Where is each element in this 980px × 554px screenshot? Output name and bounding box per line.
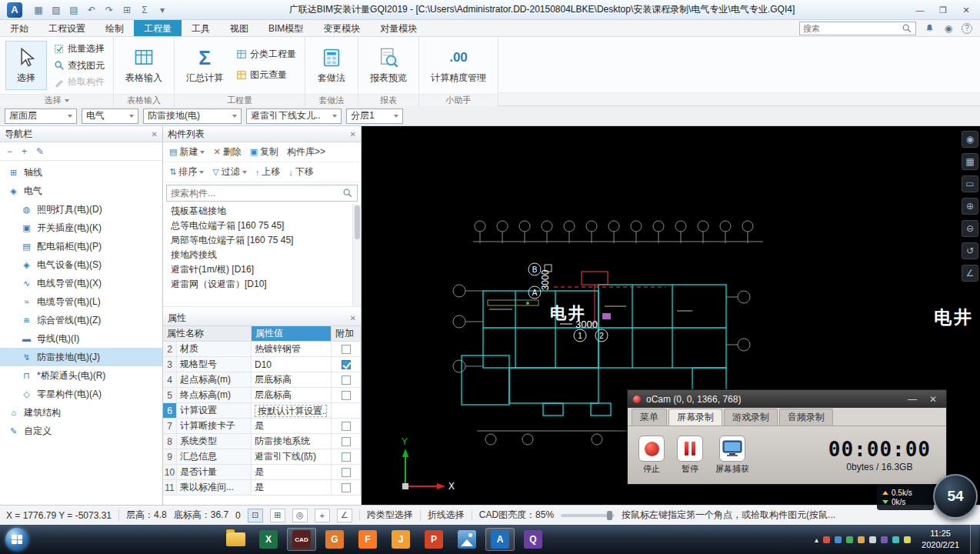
component-library-button[interactable]: 构件库>>: [284, 144, 328, 160]
delete-component-button[interactable]: ✕删除: [210, 144, 244, 160]
ocam-tab-screen-record[interactable]: 屏幕录制: [668, 409, 722, 426]
ocam-titlebar[interactable]: oCam (0, 0, 1366, 768) — ✕: [628, 390, 946, 408]
select-button[interactable]: 选择: [5, 41, 47, 90]
close-icon[interactable]: ✕: [152, 130, 158, 138]
tray-expand-icon[interactable]: ▴: [815, 536, 818, 544]
tray-icon[interactable]: [869, 536, 876, 543]
list-item[interactable]: 筏板基础接地: [163, 204, 361, 219]
batch-select-button[interactable]: 批量选择: [51, 42, 108, 56]
nav-section-electrical[interactable]: ◈电气: [0, 182, 162, 200]
snap-toggle-icon[interactable]: ⊞: [270, 509, 285, 522]
component-select[interactable]: 避雷引下线女儿..: [246, 108, 342, 124]
search-input[interactable]: [803, 24, 899, 33]
redo-icon[interactable]: ↷: [103, 4, 115, 16]
tray-icon[interactable]: [881, 536, 888, 543]
osnap-toggle-icon[interactable]: ◎: [292, 509, 308, 522]
list-item[interactable]: 总等电位端子箱 [160 75 45]: [163, 219, 361, 233]
close-button[interactable]: ✕: [955, 2, 977, 18]
calc-icon[interactable]: ⊞: [121, 4, 133, 16]
minimize-button[interactable]: —: [909, 2, 931, 18]
nav-item-lighting[interactable]: ◍照明灯具(电)(D): [0, 200, 162, 219]
close-icon[interactable]: ✕: [350, 314, 356, 322]
attach-checkbox[interactable]: [342, 468, 351, 477]
nav-item-distribution-box[interactable]: ▤配电箱柜(电)(P): [0, 237, 162, 255]
filter-button[interactable]: ▽过滤: [209, 164, 249, 180]
edit-icon[interactable]: ✎: [36, 146, 44, 157]
major-select[interactable]: 电气: [82, 108, 138, 124]
new-component-button[interactable]: ▤新建: [166, 144, 208, 160]
taskbar-app-purple[interactable]: Q: [518, 528, 548, 551]
taskbar-powerpoint[interactable]: P: [419, 528, 448, 551]
list-item[interactable]: 接地跨接线: [163, 248, 361, 262]
ocam-stop-button[interactable]: 停止: [638, 436, 665, 475]
new-icon[interactable]: ▤: [68, 4, 80, 16]
ortho-toggle-icon[interactable]: ∠: [337, 509, 352, 522]
add-icon[interactable]: +: [22, 146, 27, 157]
ocam-tab-menu[interactable]: 菜单: [632, 409, 667, 426]
start-button[interactable]: [5, 528, 28, 551]
tray-icon[interactable]: [823, 536, 830, 543]
attach-checkbox[interactable]: [342, 452, 351, 462]
tray-icon[interactable]: [846, 536, 853, 543]
component-search[interactable]: [166, 185, 358, 202]
component-search-input[interactable]: [171, 188, 342, 199]
zoom-out-icon[interactable]: ⊖: [962, 220, 978, 237]
attach-checkbox[interactable]: [342, 375, 351, 385]
screenshot-camera-icon[interactable]: ◉: [962, 131, 978, 148]
close-icon[interactable]: ✕: [350, 130, 356, 138]
tab-view[interactable]: 视图: [220, 20, 258, 36]
nav-section-axis[interactable]: ⊞轴线: [0, 163, 162, 182]
polyline-select-button[interactable]: 折线选择: [428, 509, 465, 522]
notification-bell-icon[interactable]: [923, 22, 935, 35]
attach-checkbox[interactable]: [342, 483, 351, 492]
open-icon[interactable]: ▨: [50, 4, 62, 16]
nav-item-misc-component[interactable]: ◇零星构件(电)(A): [0, 385, 162, 403]
undo-icon[interactable]: ↶: [85, 4, 98, 16]
report-preview-button[interactable]: 报表预览: [364, 41, 413, 90]
tab-change-module[interactable]: 变更模块: [313, 20, 370, 36]
collapse-icon[interactable]: −: [7, 146, 12, 157]
grid-toggle-icon[interactable]: ⊡: [248, 509, 263, 522]
taskbar-excel[interactable]: X: [254, 528, 283, 551]
layer-select[interactable]: 分层1: [346, 108, 403, 124]
tray-icon[interactable]: [835, 536, 842, 543]
ocam-pause-button[interactable]: 暂停: [677, 436, 703, 475]
measure-angle-icon[interactable]: ∠: [962, 265, 978, 282]
maximize-button[interactable]: ❐: [932, 2, 954, 18]
list-item[interactable]: 避雷针(1m/根) [D16]: [163, 262, 361, 277]
category-select[interactable]: 防雷接地(电): [143, 108, 242, 124]
more-icon[interactable]: ▾: [156, 4, 168, 16]
taskbar-app-orange[interactable]: J: [386, 528, 415, 551]
ocam-tab-game-record[interactable]: 游戏录制: [724, 409, 778, 426]
summary-calc-button[interactable]: Σ 汇总计算: [180, 41, 229, 90]
element-quantity-button[interactable]: 图元查量: [233, 68, 299, 82]
attach-checkbox[interactable]: [342, 391, 351, 400]
taskbar-gqi2019[interactable]: A: [485, 528, 515, 551]
nav-item-switch-socket[interactable]: ▣开关插座(电)(K): [0, 219, 162, 237]
zoom-in-icon[interactable]: ⊕: [962, 198, 978, 215]
move-up-button[interactable]: ↑上移: [252, 164, 284, 180]
tray-icon[interactable]: [892, 536, 899, 543]
show-desktop-button[interactable]: [970, 525, 978, 554]
category-quantity-button[interactable]: 分类工程量: [233, 47, 299, 62]
brightness-slider[interactable]: [561, 514, 615, 517]
nav-item-electrical-equipment[interactable]: ◈电气设备(电)(S): [0, 255, 162, 274]
ocam-capture-button[interactable]: 屏幕捕获: [715, 436, 749, 475]
nav-item-busbar[interactable]: ▬母线(电)(I): [0, 329, 162, 348]
scrollbar[interactable]: [352, 204, 361, 306]
network-speed-overlay[interactable]: 0.5k/s 0k/s: [877, 485, 934, 510]
ocam-tab-audio-record[interactable]: 音频录制: [779, 409, 833, 426]
calc-settings-button[interactable]: 按默认计算设置...: [255, 405, 327, 417]
security-speed-ball[interactable]: 54: [933, 474, 978, 519]
sum-icon[interactable]: Σ: [138, 4, 151, 16]
cross-type-select-button[interactable]: 跨类型选择: [367, 509, 413, 522]
move-down-button[interactable]: ↓下移: [285, 164, 317, 180]
undo-view-icon[interactable]: ↺: [962, 242, 978, 259]
floor-select[interactable]: 屋面层: [5, 108, 77, 124]
help-icon[interactable]: ?: [962, 23, 972, 34]
tab-bim-model[interactable]: BIM模型: [258, 20, 313, 36]
nav-item-wire-conduit[interactable]: ∿电线导管(电)(X): [0, 274, 162, 292]
precision-manage-button[interactable]: .00 计算精度管理: [425, 41, 492, 90]
layers-icon[interactable]: ▦: [962, 153, 978, 170]
window-zoom-icon[interactable]: ▭: [962, 175, 978, 192]
